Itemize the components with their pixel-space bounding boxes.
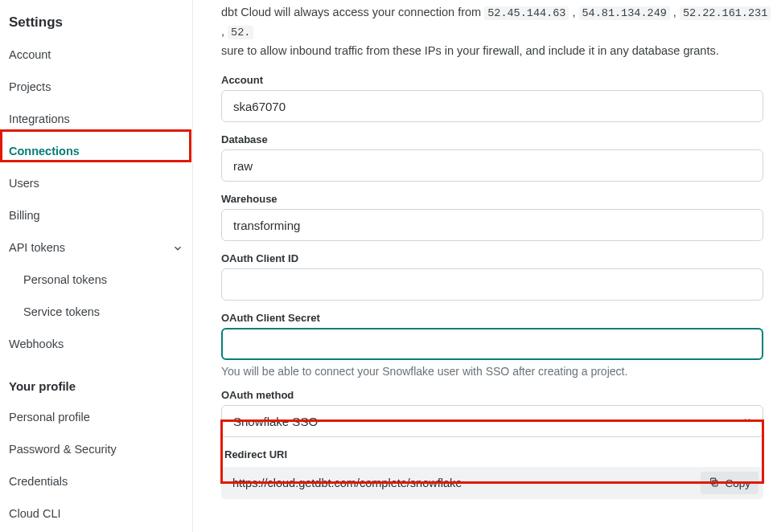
sidebar-item-api-tokens[interactable]: API tokens [0,231,192,264]
label-account: Account [221,74,763,86]
field-account: Account [221,74,773,122]
ip-code: 52.45.144.63 [484,6,569,20]
input-database[interactable] [221,149,763,182]
field-oauth-client-secret: OAuth Client Secret You will be able to … [221,312,773,378]
sidebar-item-connections[interactable]: Connections [0,135,192,167]
sidebar-item-label: API tokens [9,239,65,256]
settings-sidebar: Settings Account Projects Integrations C… [0,0,193,532]
chevron-down-icon [172,242,183,253]
sidebar-item-credentials[interactable]: Credentials [0,465,192,497]
sidebar-item-password-security[interactable]: Password & Security [0,433,192,465]
input-account[interactable] [221,90,763,122]
sidebar-title: Settings [0,14,192,39]
input-warehouse[interactable] [221,209,763,241]
input-oauth-client-secret[interactable] [221,328,763,360]
label-warehouse: Warehouse [221,193,763,205]
label-oauth-method: OAuth method [221,389,763,401]
sidebar-item-projects[interactable]: Projects [0,71,192,103]
sidebar-item-cloud-cli[interactable]: Cloud CLI [0,497,192,530]
ip-code: 52.22.161.231 [680,6,771,20]
sidebar-item-integrations[interactable]: Integrations [0,103,192,135]
field-database: Database [221,133,773,182]
field-oauth-method: OAuth method [221,389,773,437]
main-content: dbt Cloud will always access your connec… [193,0,773,532]
connection-ip-notice: dbt Cloud will always access your connec… [221,3,773,59]
copy-button-label: Copy [725,477,750,489]
ip-code: 52. [228,26,253,39]
svg-rect-0 [713,480,717,485]
sidebar-item-users[interactable]: Users [0,167,192,199]
sidebar-item-webhooks[interactable]: Webhooks [0,328,192,360]
settings-nav: Account Projects Integrations Connection… [0,39,192,360]
profile-nav: Personal profile Password & Security Cre… [0,401,192,530]
sidebar-item-personal-profile[interactable]: Personal profile [0,401,192,433]
profile-section-title: Your profile [0,360,192,401]
redirect-uri-row: https://cloud.getdbt.com/complete/snowfl… [221,467,763,499]
helper-oauth-client-secret: You will be able to connect your Snowfla… [221,365,763,378]
label-redirect-uri: Redirect URI [221,448,763,460]
label-oauth-client-id: OAuth Client ID [221,252,763,264]
svg-rect-1 [711,478,716,484]
field-oauth-client-id: OAuth Client ID [221,252,773,301]
sidebar-item-service-tokens[interactable]: Service tokens [14,296,192,328]
copy-icon [709,477,720,490]
label-database: Database [221,133,763,145]
sidebar-item-account[interactable]: Account [0,39,192,71]
sidebar-item-personal-tokens[interactable]: Personal tokens [14,264,192,296]
field-warehouse: Warehouse [221,193,773,241]
sidebar-item-billing[interactable]: Billing [0,199,192,231]
label-oauth-client-secret: OAuth Client Secret [221,312,763,324]
input-oauth-client-id[interactable] [221,268,763,301]
ip-code: 54.81.134.249 [579,6,670,20]
select-oauth-method[interactable] [221,405,763,437]
field-redirect-uri: Redirect URI https://cloud.getdbt.com/co… [221,448,763,499]
redirect-uri-value: https://cloud.getdbt.com/complete/snowfl… [232,477,701,489]
copy-button[interactable]: Copy [701,472,759,494]
